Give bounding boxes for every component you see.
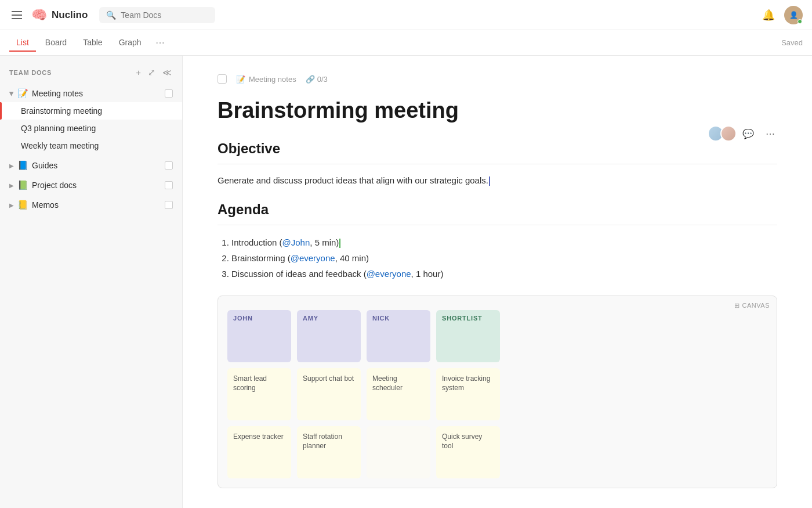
objective-divider — [217, 164, 777, 164]
breadcrumb-label[interactable]: Meeting notes — [249, 75, 296, 84]
search-icon: 🔍 — [106, 10, 116, 20]
collaborators-avatars — [708, 125, 733, 142]
mention-everyone-1[interactable]: @everyone — [291, 253, 335, 263]
agenda-item-2: Brainstorming (@everyone, 40 min) — [231, 250, 777, 266]
doc-checkbox[interactable] — [217, 74, 227, 84]
sidebar-title: TEAM DOCS — [9, 69, 52, 76]
project-docs-icon: 📗 — [17, 180, 28, 190]
card-staff-rotation-planner[interactable]: Staff rotation planner — [297, 426, 361, 478]
tab-list[interactable]: List — [9, 34, 36, 52]
progress-value: 0/3 — [317, 75, 328, 84]
canvas-grid: JOHN AMY NICK SHORTLIST Smart lead scori… — [227, 310, 767, 478]
sidebar: TEAM DOCS + ⤢ ≪ ▶ 📝 Meeting notes Brains… — [0, 56, 183, 508]
sidebar-group-project-docs: ▶ 📗 Project docs — [0, 176, 182, 194]
sidebar-group-memos: ▶ 📒 Memos — [0, 196, 182, 214]
card-invoice-tracking-system[interactable]: Invoice tracking system — [436, 368, 500, 420]
comment-icon[interactable]: 💬 — [740, 126, 756, 142]
sidebar-group-project-docs-header[interactable]: ▶ 📗 Project docs — [0, 176, 182, 194]
collaborator-avatar-2 — [720, 125, 737, 142]
topbar: 🧠 Nuclino 🔍 🔔 👤 — [0, 0, 812, 30]
topbar-left: 🧠 Nuclino 🔍 — [9, 7, 215, 23]
chevron-icon: ▶ — [9, 91, 15, 96]
chevron-guides-icon: ▶ — [9, 163, 14, 169]
agenda-item-1: Introduction (@John, 5 min) — [231, 235, 777, 250]
objective-text: Generate and discuss product ideas that … — [217, 174, 777, 188]
canvas-icon: ⊞ — [734, 302, 740, 309]
notifications-icon[interactable]: 🔔 — [762, 9, 775, 21]
tab-board[interactable]: Board — [38, 34, 74, 52]
search-bar[interactable]: 🔍 — [99, 7, 215, 23]
memos-icon: 📒 — [17, 200, 28, 210]
col-header-nick: NICK — [367, 310, 430, 362]
guides-label: Guides — [32, 161, 161, 170]
card-expense-tracker[interactable]: Expense tracker — [227, 426, 291, 478]
tab-table[interactable]: Table — [76, 34, 109, 52]
user-avatar[interactable]: 👤 — [784, 6, 803, 24]
more-tabs-icon[interactable]: ⋯ — [151, 34, 169, 52]
chevron-project-docs-icon: ▶ — [9, 182, 14, 189]
sidebar-group-meeting-notes: ▶ 📝 Meeting notes Brainstorming meeting … — [0, 85, 182, 154]
main-layout: TEAM DOCS + ⤢ ≪ ▶ 📝 Meeting notes Brains… — [0, 56, 812, 508]
agenda-item-3: Discussion of ideas and feedback (@every… — [231, 266, 777, 282]
guides-checkbox[interactable] — [165, 161, 173, 170]
chevron-memos-icon: ▶ — [9, 202, 14, 208]
card-meeting-scheduler[interactable]: Meeting scheduler — [367, 368, 430, 420]
app-name: Nuclino — [52, 9, 88, 21]
sidebar-item-brainstorming[interactable]: Brainstorming meeting — [0, 102, 182, 120]
doc-header: 📝 Meeting notes 🔗 0/3 — [217, 74, 777, 84]
breadcrumb-icon: 📝 — [236, 75, 245, 84]
sidebar-item-q3-planning[interactable]: Q3 planning meeting — [0, 120, 182, 137]
mention-john[interactable]: @John — [282, 237, 310, 247]
logo[interactable]: 🧠 Nuclino — [31, 8, 88, 23]
logo-icon: 🧠 — [31, 8, 47, 23]
content-area: 📝 Meeting notes 🔗 0/3 💬 ⋯ Brainstorming … — [183, 56, 812, 508]
doc-breadcrumb: 📝 Meeting notes — [236, 75, 296, 84]
view-tabs: List Board Table Graph ⋯ Saved — [0, 30, 812, 56]
agenda-list: Introduction (@John, 5 min) Brainstormin… — [217, 235, 777, 282]
card-empty-nick-row2 — [367, 426, 430, 478]
canvas-label: ⊞ CANVAS — [734, 302, 770, 309]
cursor-green-1 — [339, 239, 340, 248]
col-header-john: JOHN — [227, 310, 291, 362]
avatar-online-dot — [798, 19, 802, 24]
meeting-notes-label: Meeting notes — [32, 89, 161, 98]
add-item-button[interactable]: + — [135, 66, 142, 79]
objective-heading: Objective — [217, 140, 777, 157]
content-actions: 💬 ⋯ — [708, 125, 777, 142]
memos-label: Memos — [32, 200, 161, 210]
sidebar-group-guides-header[interactable]: ▶ 📘 Guides — [0, 157, 182, 174]
card-quick-survey-tool[interactable]: Quick survey tool — [436, 426, 500, 478]
agenda-divider — [217, 225, 777, 225]
sidebar-group-guides: ▶ 📘 Guides — [0, 157, 182, 174]
more-options-icon[interactable]: ⋯ — [763, 126, 777, 142]
document-title: Brainstorming meeting — [217, 98, 777, 124]
collapse-sidebar-icon[interactable]: ≪ — [161, 66, 173, 79]
search-input[interactable] — [121, 10, 202, 20]
col-header-amy: AMY — [297, 310, 361, 362]
guides-icon: 📘 — [17, 160, 28, 171]
sidebar-group-meeting-notes-header[interactable]: ▶ 📝 Meeting notes — [0, 85, 182, 102]
hamburger-menu[interactable] — [9, 9, 24, 21]
mention-everyone-2[interactable]: @everyone — [367, 269, 411, 279]
saved-label: Saved — [781, 38, 803, 47]
sidebar-header: TEAM DOCS + ⤢ ≪ — [0, 63, 182, 85]
agenda-heading: Agenda — [217, 201, 777, 218]
text-cursor — [489, 176, 490, 186]
tab-graph[interactable]: Graph — [112, 34, 148, 52]
progress-icon: 🔗 — [306, 75, 315, 84]
canvas-container: ⊞ CANVAS JOHN AMY NICK SHORTLIST Smart l… — [217, 296, 777, 488]
sidebar-actions: + ⤢ ≪ — [135, 66, 173, 79]
project-docs-label: Project docs — [32, 181, 161, 190]
meeting-notes-icon: 📝 — [17, 88, 28, 99]
project-docs-checkbox[interactable] — [165, 181, 173, 189]
sidebar-item-weekly-team[interactable]: Weekly team meeting — [0, 137, 182, 154]
meeting-notes-checkbox[interactable] — [165, 89, 173, 98]
memos-checkbox[interactable] — [165, 201, 173, 209]
expand-icon[interactable]: ⤢ — [147, 66, 157, 79]
sidebar-group-memos-header[interactable]: ▶ 📒 Memos — [0, 196, 182, 214]
doc-progress: 🔗 0/3 — [306, 75, 328, 84]
col-header-shortlist: SHORTLIST — [436, 310, 500, 362]
card-smart-lead-scoring[interactable]: Smart lead scoring — [227, 368, 291, 420]
topbar-right: 🔔 👤 — [762, 6, 803, 24]
card-support-chat-bot[interactable]: Support chat bot — [297, 368, 361, 420]
